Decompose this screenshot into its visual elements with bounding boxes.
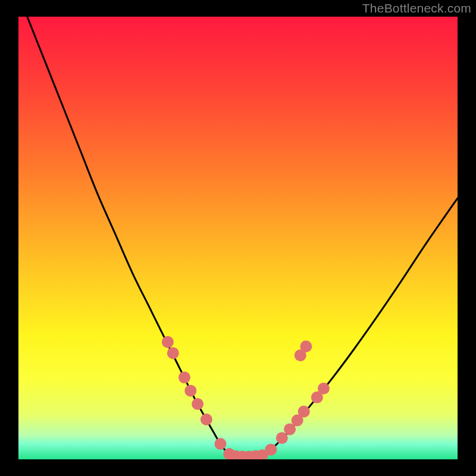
chart-svg: [18, 17, 458, 459]
marker-dot: [298, 406, 310, 418]
marker-dot: [162, 336, 174, 348]
outer-frame: TheBottleneck.com: [0, 0, 476, 476]
marker-dot: [300, 340, 312, 352]
marker-dot: [178, 371, 190, 383]
plot-area: [18, 17, 458, 459]
marker-dot: [167, 347, 179, 359]
marker-dot: [201, 414, 212, 425]
gradient-background: [18, 17, 458, 459]
marker-dot: [184, 385, 196, 397]
marker-dot: [276, 432, 288, 444]
marker-dot: [318, 383, 330, 394]
watermark-text: TheBottleneck.com: [362, 1, 471, 15]
marker-dot: [265, 444, 277, 456]
marker-dot: [214, 438, 226, 450]
marker-dot: [192, 398, 203, 410]
